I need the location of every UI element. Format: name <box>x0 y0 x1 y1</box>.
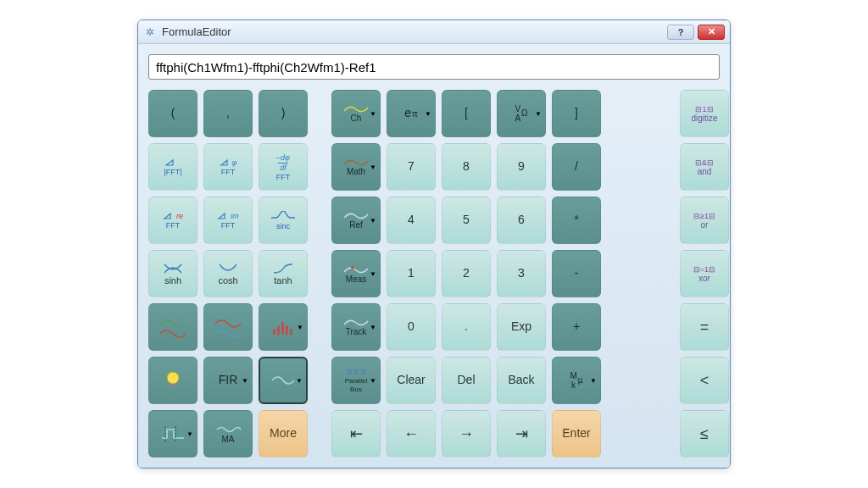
scope-dropdown[interactable]: ▼ <box>259 357 308 404</box>
multiply-button[interactable]: * <box>552 197 601 244</box>
home-button[interactable]: ⇤ <box>331 410 381 458</box>
minus-button[interactable]: - <box>552 250 601 297</box>
less-than-button[interactable]: < <box>680 357 729 404</box>
chevron-down-icon: ▼ <box>370 377 376 385</box>
rbracket-button[interactable]: ] <box>552 90 601 137</box>
chevron-down-icon: ▼ <box>186 430 193 438</box>
angle-icon <box>220 158 231 167</box>
and-button[interactable]: ⊟&⊟and <box>680 143 729 191</box>
num-1-button[interactable]: 1 <box>387 250 436 297</box>
chevron-down-icon: ▼ <box>370 217 376 225</box>
cosh-icon <box>218 263 238 274</box>
svg-point-6 <box>167 372 179 384</box>
wave-icon <box>343 212 369 220</box>
gate-icon: ⊟1⊟ <box>695 105 713 114</box>
content: ( , ) Ch ▼ eπ ▼ [ VA Ω ▼ ] <box>138 44 730 468</box>
max-wave-icon <box>159 315 187 339</box>
lbracket-button[interactable]: [ <box>442 90 491 137</box>
sinh-icon <box>163 263 183 274</box>
sinc-button[interactable]: sinc <box>259 197 308 244</box>
less-equal-button[interactable]: ≤ <box>680 410 729 458</box>
chevron-down-icon: ▼ <box>370 270 376 278</box>
fir-dropdown[interactable]: FIR▼ <box>203 357 253 404</box>
meas-dropdown[interactable]: Meas▼ <box>331 250 381 297</box>
fft-mag-button[interactable]: |FFT| <box>148 143 198 191</box>
num-4-button[interactable]: 4 <box>387 197 436 244</box>
unit-dropdown[interactable]: VA Ω ▼ <box>497 90 546 137</box>
chevron-down-icon: ▼ <box>370 110 376 118</box>
math-dropdown[interactable]: Math▼ <box>331 143 381 191</box>
epi-dropdown[interactable]: eπ ▼ <box>387 90 436 137</box>
titlebar: ✲ FormulaEditor ? ✕ <box>138 20 730 44</box>
svg-rect-4 <box>286 325 288 335</box>
fft-im-button[interactable]: imFFT <box>203 197 253 244</box>
scope-icon <box>270 371 296 390</box>
chevron-down-icon: ▼ <box>370 324 376 331</box>
rparen-button[interactable]: ) <box>259 90 308 137</box>
fft-phi-button[interactable]: φFFT <box>203 143 253 191</box>
wave-icon <box>343 158 369 167</box>
gate-dropdown[interactable]: ▼ <box>148 410 198 458</box>
chevron-down-icon: ▼ <box>535 110 542 118</box>
lightbulb-icon <box>164 369 182 392</box>
cosh-button[interactable]: cosh <box>203 250 253 297</box>
formula-input[interactable] <box>148 54 720 80</box>
close-button[interactable]: ✕ <box>698 25 725 40</box>
lparen-button[interactable]: ( <box>148 90 198 137</box>
xor-button[interactable]: ⊟=1⊟xor <box>680 250 729 297</box>
num-9-button[interactable]: 9 <box>497 143 546 191</box>
sinh-button[interactable]: sinh <box>148 250 198 297</box>
chevron-down-icon: ▼ <box>370 164 376 171</box>
angle-icon <box>163 212 175 220</box>
wave-min-button[interactable] <box>203 303 253 351</box>
tanh-button[interactable]: tanh <box>259 250 308 297</box>
divide-button[interactable]: / <box>552 143 601 191</box>
track-dropdown[interactable]: Track▼ <box>331 303 381 351</box>
back-button[interactable]: Back <box>497 357 546 404</box>
prefix-dropdown[interactable]: Mk µ ▼ <box>552 357 601 404</box>
num-7-button[interactable]: 7 <box>387 143 436 191</box>
num-0-button[interactable]: 0 <box>387 303 436 351</box>
plus-button[interactable]: + <box>552 303 601 351</box>
ma-button[interactable]: MA <box>203 410 253 458</box>
app-icon: ✲ <box>143 25 157 39</box>
enter-button[interactable]: Enter <box>552 410 601 458</box>
window-title: FormulaEditor <box>162 25 667 38</box>
dot-button[interactable]: . <box>442 303 491 351</box>
parallel-bus-dropdown[interactable]: ParallelBus▼ <box>331 357 381 404</box>
angle-icon <box>164 158 181 167</box>
ma-wave-icon <box>215 424 241 435</box>
equal-button[interactable]: = <box>680 303 729 351</box>
help-button[interactable]: ? <box>667 25 694 40</box>
chevron-down-icon: ▼ <box>590 377 597 385</box>
exp-button[interactable]: Exp <box>497 303 546 351</box>
ref-dropdown[interactable]: Ref▼ <box>331 197 381 244</box>
fft-re-button[interactable]: reFFT <box>148 197 198 244</box>
end-button[interactable]: ⇥ <box>497 410 546 458</box>
tanh-icon <box>272 263 294 274</box>
sinc-icon <box>270 211 296 221</box>
wave-max-button[interactable] <box>148 303 198 351</box>
num-3-button[interactable]: 3 <box>497 250 546 297</box>
histogram-icon <box>270 318 296 336</box>
gate-icon: ⊟&⊟ <box>695 158 714 167</box>
comma-button[interactable]: , <box>203 90 253 137</box>
digitize-button[interactable]: ⊟1⊟digitize <box>680 90 729 137</box>
del-button[interactable]: Del <box>442 357 491 404</box>
ch-dropdown[interactable]: Ch ▼ <box>331 90 381 137</box>
num-8-button[interactable]: 8 <box>442 143 491 191</box>
num-5-button[interactable]: 5 <box>442 197 491 244</box>
chevron-down-icon: ▼ <box>297 324 303 331</box>
more-button[interactable]: More <box>259 410 308 458</box>
right-button[interactable]: → <box>442 410 491 458</box>
num-6-button[interactable]: 6 <box>497 197 546 244</box>
bulb-button[interactable] <box>148 357 198 404</box>
or-button[interactable]: ⊟≥1⊟or <box>680 197 729 244</box>
gate-icon: ⊟=1⊟ <box>693 265 715 274</box>
num-2-button[interactable]: 2 <box>442 250 491 297</box>
clear-button[interactable]: Clear <box>387 357 436 404</box>
dphi-df-button[interactable]: –dφdfFFT <box>259 143 308 191</box>
histogram-dropdown[interactable]: ▼ <box>259 303 308 351</box>
left-button[interactable]: ← <box>387 410 436 458</box>
svg-rect-5 <box>290 329 292 335</box>
